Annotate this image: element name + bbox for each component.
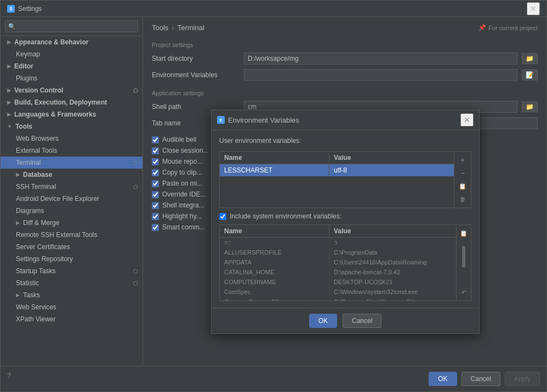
sidebar-item-plugins[interactable]: Plugins bbox=[1, 72, 143, 84]
sidebar-item-android-device[interactable]: Android Device File Explorer bbox=[1, 193, 143, 205]
breadcrumb-current: Terminal bbox=[178, 24, 204, 32]
sidebar-item-label: Diagrams bbox=[16, 207, 44, 215]
sidebar-item-appearance[interactable]: ▶ Appearance & Behavior bbox=[1, 36, 143, 48]
title-bar: S Settings ✕ bbox=[1, 1, 546, 17]
project-link[interactable]: 📌 For current project bbox=[478, 24, 538, 31]
add-var-button[interactable]: + bbox=[457, 154, 469, 166]
sys-var-row-6: CommonProgramFiles C:\Program Files\Comm… bbox=[220, 297, 456, 301]
ok-button[interactable]: OK bbox=[429, 372, 457, 386]
sidebar-item-label: Android Device File Explorer bbox=[16, 195, 99, 203]
checkbox-copy-clipboard-label: Copy to clip... bbox=[162, 169, 202, 176]
checkbox-smart-comm-input[interactable] bbox=[152, 224, 159, 231]
sidebar-item-settings-repo[interactable]: Settings Repository bbox=[1, 253, 143, 265]
user-vars-table-header: Name Value bbox=[220, 152, 454, 164]
env-vars-edit-button[interactable]: 📝 bbox=[522, 70, 538, 80]
sidebar-item-label: Diff & Merge bbox=[23, 219, 59, 227]
system-side-btns: 📋 ↶ bbox=[456, 225, 471, 301]
dialog-close-button[interactable]: ✕ bbox=[460, 113, 474, 126]
sidebar-item-tasks[interactable]: ▶ Tasks bbox=[1, 289, 143, 301]
delete-var-button[interactable]: 🗑 bbox=[457, 193, 469, 205]
shell-path-browse-button[interactable]: 📁 bbox=[522, 101, 538, 112]
sidebar-item-ssh-terminal[interactable]: SSH Terminal ⬡ bbox=[1, 181, 143, 193]
sys-copy-button[interactable]: 📋 bbox=[458, 227, 470, 239]
sidebar-item-label: Web Browsers bbox=[16, 135, 59, 142]
start-directory-browse-button[interactable]: 📁 bbox=[522, 53, 538, 64]
sidebar-item-label: Web Services bbox=[16, 303, 56, 311]
arrow-icon: ▶ bbox=[7, 39, 11, 45]
sidebar-item-xpath-viewer[interactable]: XPath Viewer bbox=[1, 313, 143, 325]
user-var-row-0[interactable]: LESSCHARSET utf-8 bbox=[220, 164, 454, 176]
sidebar-item-diff-merge[interactable]: ▶ Diff & Merge bbox=[1, 217, 143, 229]
sidebar-item-build[interactable]: ▶ Build, Execution, Deployment bbox=[1, 96, 143, 108]
app-icon: S bbox=[7, 5, 15, 13]
search-input[interactable] bbox=[5, 20, 138, 32]
app-settings-label: Application settings bbox=[152, 90, 538, 96]
env-vars-input[interactable] bbox=[244, 69, 517, 81]
checkbox-audible-label: Audible bell bbox=[162, 136, 196, 143]
dialog-title: Environment Variables bbox=[228, 116, 299, 124]
user-vars-label: User environment variables: bbox=[219, 137, 471, 145]
breadcrumb-separator: › bbox=[172, 24, 174, 32]
window-close-button[interactable]: ✕ bbox=[527, 2, 540, 15]
sidebar-item-database[interactable]: ▶ Database bbox=[1, 169, 143, 181]
sidebar-item-languages[interactable]: ▶ Languages & Frameworks bbox=[1, 108, 143, 120]
sidebar-item-label: Settings Repository bbox=[16, 255, 73, 263]
sys-var-name-3: CATALINA_HOME bbox=[220, 267, 329, 277]
project-link-label: For current project bbox=[488, 25, 538, 31]
remove-var-button[interactable]: − bbox=[457, 167, 469, 179]
name-header: Name bbox=[220, 152, 329, 164]
sidebar-item-version-control[interactable]: ▶ Version Control ⬡ bbox=[1, 84, 143, 96]
sidebar-item-label: XPath Viewer bbox=[16, 315, 56, 323]
sys-var-name-6: CommonProgramFiles bbox=[220, 297, 329, 301]
help-icon[interactable]: ? bbox=[7, 372, 11, 386]
breadcrumb-parent: Tools bbox=[152, 24, 168, 32]
sidebar-item-web-services[interactable]: Web Services bbox=[1, 301, 143, 313]
sys-value-header: Value bbox=[329, 225, 456, 237]
link-icon: 📌 bbox=[478, 24, 486, 31]
sidebar-item-editor[interactable]: ▶ Editor bbox=[1, 60, 143, 72]
sidebar-item-external-tools[interactable]: External Tools bbox=[1, 145, 143, 157]
title-bar-left: S Settings bbox=[7, 5, 42, 13]
checkbox-paste-mouse-input[interactable] bbox=[152, 180, 159, 187]
copy-var-button[interactable]: 📋 bbox=[457, 180, 469, 192]
scrollbar[interactable] bbox=[461, 240, 466, 285]
sidebar-item-label: Version Control bbox=[14, 87, 63, 94]
sidebar-item-label: Languages & Frameworks bbox=[14, 111, 96, 118]
checkbox-shell-integration-input[interactable] bbox=[152, 202, 159, 209]
sidebar-item-statistic[interactable]: Statistic ⬡ bbox=[1, 277, 143, 289]
sys-var-name-0: =:: bbox=[220, 238, 329, 247]
start-directory-input[interactable] bbox=[244, 53, 517, 65]
dialog-cancel-button[interactable]: Cancel bbox=[343, 314, 381, 328]
checkbox-copy-clipboard-input[interactable] bbox=[152, 169, 159, 176]
sidebar-item-web-browsers[interactable]: Web Browsers bbox=[1, 132, 143, 145]
checkbox-close-session-label: Close session... bbox=[162, 147, 209, 154]
sys-var-name-5: ComSpec bbox=[220, 287, 329, 297]
dialog-ok-button[interactable]: OK bbox=[309, 314, 337, 328]
sys-var-value-0: :\ bbox=[329, 238, 456, 247]
arrow-icon: ▶ bbox=[7, 100, 11, 105]
sys-reset-button[interactable]: ↶ bbox=[458, 286, 470, 298]
apply-button[interactable]: Apply bbox=[505, 372, 540, 386]
value-header: Value bbox=[329, 152, 454, 164]
checkbox-override-ide-input[interactable] bbox=[152, 191, 159, 198]
sidebar-item-label: Remote SSH External Tools bbox=[16, 231, 98, 239]
checkbox-highlight-input[interactable] bbox=[152, 213, 159, 220]
sidebar-item-diagrams[interactable]: Diagrams bbox=[1, 205, 143, 217]
sidebar-item-terminal[interactable]: Terminal ⬡ bbox=[1, 157, 143, 169]
sidebar-item-keymap[interactable]: Keymap bbox=[1, 48, 143, 60]
sidebar-item-label: SSH Terminal bbox=[16, 183, 56, 191]
checkbox-mouse-reporting-input[interactable] bbox=[152, 158, 159, 165]
arrow-icon: ▼ bbox=[7, 124, 12, 129]
include-system-checkbox[interactable] bbox=[219, 213, 226, 220]
checkbox-close-session-input[interactable] bbox=[152, 147, 159, 154]
start-directory-label: Start directory bbox=[152, 55, 240, 62]
sidebar-item-tools[interactable]: ▼ Tools bbox=[1, 120, 143, 132]
sidebar-item-startup-tasks[interactable]: Startup Tasks ⬡ bbox=[1, 265, 143, 277]
search-wrapper: 🔍 bbox=[5, 20, 138, 32]
sidebar-item-label: Tasks bbox=[23, 291, 40, 299]
cancel-button[interactable]: Cancel bbox=[461, 372, 500, 386]
sidebar-item-server-certs[interactable]: Server Certificates bbox=[1, 241, 143, 253]
sidebar-item-remote-ssh[interactable]: Remote SSH External Tools bbox=[1, 229, 143, 241]
env-vars-dialog: E Environment Variables ✕ User environme… bbox=[211, 109, 480, 334]
checkbox-audible-input[interactable] bbox=[152, 136, 159, 143]
